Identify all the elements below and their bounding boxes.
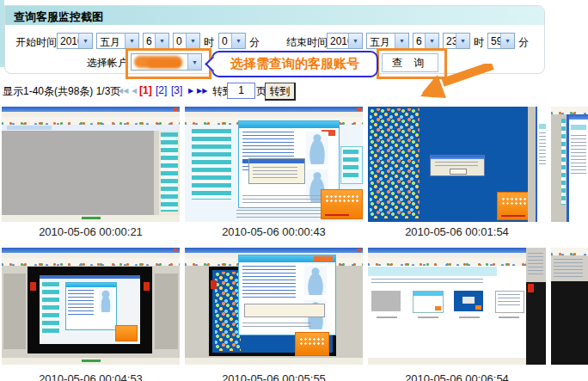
partial-window — [569, 114, 588, 222]
window-text — [571, 135, 586, 175]
screenshot-thumbnail-5[interactable] — [185, 248, 363, 365]
page-link-2[interactable]: [2] — [156, 84, 167, 96]
account-highlight-box — [126, 48, 211, 79]
scrollbar — [154, 131, 159, 215]
prev-image-marker — [30, 282, 36, 291]
popup-dialog — [248, 158, 305, 184]
start-minute-value: 0 — [219, 34, 231, 48]
statusbar — [2, 358, 180, 365]
inner-chat-window — [65, 282, 117, 330]
end-minute-suffix: 分 — [518, 35, 529, 50]
screenshot-thumbnail-6[interactable] — [368, 248, 546, 365]
end-day-value: 6 — [413, 34, 425, 48]
chat-text — [242, 266, 296, 300]
prev-image-marker — [211, 280, 217, 289]
selected-row — [539, 124, 546, 129]
thumbnail-timestamp: 2010-05-06 00:00:21 — [2, 225, 180, 238]
end-day-select[interactable]: 6 ▼ — [413, 33, 439, 49]
chevron-down-icon: ▼ — [125, 34, 138, 48]
mini-thumb-text — [498, 294, 520, 308]
page-link-1[interactable]: [1] — [139, 84, 152, 96]
prev-page-icon[interactable]: ◀ — [132, 87, 137, 95]
screenshot-thumbnail-partial[interactable] — [551, 107, 588, 222]
mini-panel-rows — [343, 150, 358, 177]
chat-footer-text — [242, 323, 311, 329]
last-page-icon[interactable]: ▶▶ — [197, 87, 207, 95]
mini-panel — [340, 146, 363, 184]
sidebar-chips — [561, 119, 566, 205]
mini-ad — [435, 306, 441, 310]
partial-window — [536, 107, 546, 222]
start-month-select[interactable]: 五月 ▼ — [96, 33, 139, 49]
start-day-select[interactable]: 6 ▼ — [143, 33, 169, 49]
popup-text — [253, 167, 297, 179]
mini-caption — [499, 316, 519, 318]
end-hour-select[interactable]: 23 ▼ — [443, 33, 470, 49]
start-month-value: 五月 — [97, 34, 125, 48]
mini-caption — [418, 316, 438, 318]
dark-panel — [551, 281, 588, 365]
callout-text: 选择需查询的客服账号 — [230, 56, 359, 72]
chevron-down-icon: ▼ — [500, 34, 514, 48]
inner-form-row — [371, 279, 483, 286]
status-text — [82, 359, 101, 362]
chevron-down-icon: ▼ — [186, 34, 199, 48]
next-page-icon[interactable]: ▶ — [188, 87, 193, 95]
start-minute-suffix: 分 — [249, 35, 260, 50]
close-icon — [357, 108, 361, 111]
goto-page-input[interactable]: 1 — [227, 83, 255, 99]
start-day-value: 6 — [144, 34, 155, 48]
statusbar — [368, 358, 526, 365]
window-toolbar — [2, 258, 180, 266]
screenshot-thumbnail-2[interactable] — [185, 107, 363, 222]
popup-titlebar — [249, 159, 304, 163]
dialog-text — [435, 162, 478, 167]
screenshot-thumbnail-4[interactable] — [2, 248, 180, 365]
content-area — [2, 131, 154, 215]
chat-window — [238, 255, 336, 335]
chevron-down-icon: ▼ — [231, 34, 245, 48]
selected-row — [571, 125, 586, 130]
screenshot-thumbnail-3[interactable] — [368, 107, 546, 222]
mini-thumb — [413, 291, 444, 313]
screenshot-thumbnail-1[interactable] — [2, 107, 180, 222]
query-highlight-box — [377, 48, 447, 79]
sidebar-buttons — [192, 129, 231, 200]
window-toolbar — [368, 258, 546, 266]
mini-caption — [459, 316, 480, 318]
ad-text — [299, 337, 325, 346]
avatar-silhouette — [306, 132, 328, 164]
neighbor-thumb — [155, 273, 178, 349]
end-minute-select[interactable]: 59 ▼ — [487, 33, 515, 49]
start-hour-select[interactable]: 0 ▼ — [173, 33, 200, 49]
page-link-3[interactable]: [3] — [171, 84, 182, 96]
mini-dialog — [462, 297, 475, 304]
dialog-titlebar — [431, 156, 484, 159]
goto-button[interactable]: 转到 — [265, 83, 296, 101]
thumbnail-timestamp: 2010-05-06 00:06:54 — [368, 372, 546, 381]
start-year-select[interactable]: 2010 ▼ — [57, 33, 93, 49]
desktop-icons — [370, 108, 420, 218]
page: 查询客服监控截图 开始时间 : 2010 ▼ 五月 ▼ 6 ▼ 0 ▼ 时 0 … — [0, 0, 588, 381]
inner-sidebar — [42, 282, 59, 334]
mini-thumb — [371, 291, 401, 311]
chevron-down-icon: ▼ — [78, 34, 92, 48]
viewed-screenshot — [40, 275, 140, 344]
window-titlebar — [569, 114, 588, 120]
chat-footer-text — [242, 195, 328, 204]
first-page-icon[interactable]: ◀◀ — [118, 87, 128, 95]
screenshot-thumbnail-partial[interactable] — [551, 248, 588, 365]
chevron-down-icon: ▼ — [348, 34, 362, 48]
end-month-select[interactable]: 五月 ▼ — [366, 33, 409, 49]
start-minute-select[interactable]: 0 ▼ — [218, 33, 246, 49]
mini-thumb — [454, 291, 483, 311]
taskbar — [185, 358, 363, 365]
chevron-down-icon: ▼ — [395, 34, 408, 48]
status-text — [82, 217, 101, 219]
inner-panel-title — [368, 267, 497, 276]
mini-caption — [377, 316, 397, 318]
neighbor-thumb — [3, 273, 26, 349]
end-year-select[interactable]: 2010 ▼ — [327, 33, 363, 49]
end-hour-value: 23 — [444, 34, 456, 48]
mini-thumb — [495, 291, 524, 313]
